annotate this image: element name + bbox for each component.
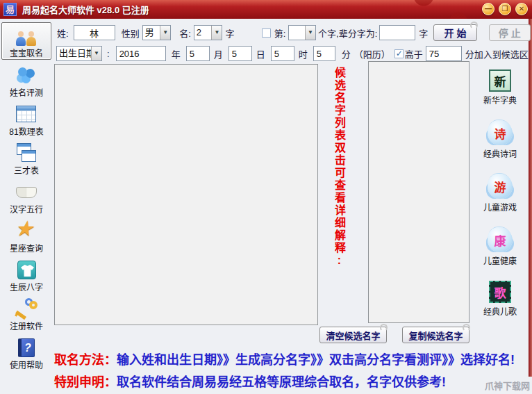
given-count-select[interactable]: 2 ▼ xyxy=(194,25,223,40)
ordinal-checkbox[interactable] xyxy=(262,28,270,38)
birth-hour-input[interactable] xyxy=(271,46,294,61)
sidebar-item-hanzi-wuxing[interactable]: 汉字五行 xyxy=(1,178,51,215)
sidebar-item-constellation[interactable]: ★ 星座查询 xyxy=(1,217,51,254)
sidebar-item-help[interactable]: ? 使用帮助 xyxy=(1,334,51,371)
naming-method-line: 取名方法：输入姓和出生日期》》生成高分名字》》双击高分名字看测评》》选择好名! xyxy=(54,350,515,368)
close-button[interactable]: ✕ xyxy=(515,3,528,15)
candidate-names-list[interactable] xyxy=(368,61,469,323)
resource-children-games[interactable]: 游 儿童游戏 xyxy=(483,174,517,213)
generation-char-input[interactable] xyxy=(379,25,415,40)
site-watermark: 爪神下载网 xyxy=(485,379,530,392)
clear-candidates-button[interactable]: 清空候选名字 xyxy=(319,327,387,343)
colon-label: : xyxy=(107,49,110,59)
birth-type-select[interactable]: 出生日期 ▼ xyxy=(56,46,102,61)
sidebar-item-baby-naming[interactable]: 宝宝取名 xyxy=(1,22,51,60)
games-cloud-icon: 游 xyxy=(488,174,513,199)
decor-swirl-icon xyxy=(380,324,388,331)
chevron-down-icon[interactable]: ▼ xyxy=(160,26,170,40)
titlebar: 易 周易起名大师软件 v28.0 已注册 — ❐ ✕ xyxy=(0,0,532,19)
chevron-down-icon[interactable]: ▼ xyxy=(211,26,222,40)
baby-naming-icon xyxy=(14,25,39,47)
given-name-label: 名: xyxy=(179,26,191,40)
start-button[interactable]: 开 始 xyxy=(433,24,476,41)
resource-panel: 新 新华字典 诗 经典诗词 游 儿童游戏 康 儿童健康 歌 经典儿歌 xyxy=(472,69,529,317)
copy-candidates-button[interactable]: 复制候选名字 xyxy=(402,327,469,343)
constellation-star-icon: ★ xyxy=(14,220,39,243)
given-suffix-label: 字 xyxy=(225,26,234,40)
surname-input[interactable] xyxy=(74,25,115,40)
month-label: 月 xyxy=(214,47,223,60)
birth-month-input[interactable] xyxy=(186,46,210,61)
year-label: 年 xyxy=(172,47,181,60)
generated-names-list[interactable] xyxy=(54,64,318,325)
app-window: 易 周易起名大师软件 v28.0 已注册 — ❐ ✕ 宝宝取名 姓名评测 81数… xyxy=(0,0,532,394)
maximize-button[interactable]: ❐ xyxy=(499,3,511,15)
sidebar-item-name-evaluation[interactable]: 姓名评测 xyxy=(1,61,51,99)
decor-swirl-icon xyxy=(470,22,478,29)
sidebar-item-sancai-table[interactable]: 三才表 xyxy=(1,139,51,177)
birth-minute-input[interactable] xyxy=(313,46,335,61)
numerology-table-icon xyxy=(14,104,39,126)
window-title: 周易起名大师软件 v28.0 已注册 xyxy=(22,3,149,16)
sancai-table-icon xyxy=(14,142,39,165)
generation-label: 个字,辈分字为: xyxy=(318,26,377,40)
sidebar-item-register[interactable]: 注册软件 xyxy=(1,295,51,332)
surname-label: 姓: xyxy=(57,26,69,40)
threshold-label: 高于 xyxy=(405,47,423,60)
naming-method-label: 取名方法： xyxy=(54,353,117,367)
resource-children-health[interactable]: 康 儿童健康 xyxy=(483,227,517,266)
score-threshold-checkbox[interactable] xyxy=(394,49,404,58)
hanzi-wuxing-book-icon xyxy=(14,181,39,204)
ordinal-label: 第: xyxy=(274,26,286,40)
resource-xinhua-dictionary[interactable]: 新 新华字典 xyxy=(483,69,517,106)
naming-method-text: 输入姓和出生日期》》生成高分名字》》双击高分名字看测评》》选择好名! xyxy=(117,353,515,367)
chevron-down-icon[interactable]: ▼ xyxy=(305,26,315,40)
naming-form: 姓: 性别 男 ▼ 名: 2 ▼ 字 第: ▼ 个字,辈分字为: 字 开 始 停 xyxy=(53,19,531,63)
hour-label: 时 xyxy=(299,47,308,60)
threshold-score-input[interactable] xyxy=(426,46,462,61)
resource-classic-songs[interactable]: 歌 经典儿歌 xyxy=(483,281,517,317)
ordinal-select[interactable]: ▼ xyxy=(288,25,316,40)
disclaimer-label: 特别申明： xyxy=(54,375,117,389)
dictionary-icon: 新 xyxy=(489,69,511,92)
sidebar-item-numerology-table[interactable]: 81数理表 xyxy=(1,100,51,138)
register-key-icon xyxy=(14,298,39,320)
sidebar: 宝宝取名 姓名评测 81数理表 三才表 汉字五行 ★ 星座查询 生辰八字 注册软 xyxy=(0,20,53,375)
name-evaluation-icon xyxy=(14,65,39,87)
disclaimer-text: 取名软件结合周易易经五格等原理综合取名，名字仅供参考! xyxy=(117,375,446,389)
birth-year-input[interactable] xyxy=(116,46,166,61)
window-edge-decoration xyxy=(529,19,532,377)
resource-classic-poetry[interactable]: 诗 经典诗词 xyxy=(483,120,517,159)
generation-suffix-label: 字 xyxy=(419,26,428,40)
chevron-down-icon[interactable]: ▼ xyxy=(91,47,101,60)
poetry-cloud-icon: 诗 xyxy=(488,120,513,145)
health-cloud-icon: 康 xyxy=(488,227,513,252)
candidate-hint-text: 候选名字列表双击可查看详细解释: xyxy=(325,67,353,296)
threshold-suffix-label: 分加入到候选区 xyxy=(465,47,529,60)
decor-swirl-icon xyxy=(463,324,470,331)
sidebar-item-bazi[interactable]: 生辰八字 xyxy=(1,256,51,293)
bazi-shirt-icon xyxy=(14,259,39,281)
minimize-button[interactable]: — xyxy=(482,3,494,15)
calendar-type-label: （阳历） xyxy=(354,47,390,60)
help-book-icon: ? xyxy=(14,337,39,359)
gender-label: 性别 xyxy=(122,26,140,40)
stop-button[interactable]: 停 止 xyxy=(489,24,531,41)
app-logo-icon: 易 xyxy=(3,3,17,16)
birth-day-input[interactable] xyxy=(228,46,252,61)
day-label: 日 xyxy=(256,47,265,60)
minute-label: 分 xyxy=(342,47,351,60)
songs-icon: 歌 xyxy=(489,281,511,303)
disclaimer-line: 特别申明：取名软件结合周易易经五格等原理综合取名，名字仅供参考! xyxy=(54,372,446,390)
gender-select[interactable]: 男 ▼ xyxy=(142,25,172,40)
